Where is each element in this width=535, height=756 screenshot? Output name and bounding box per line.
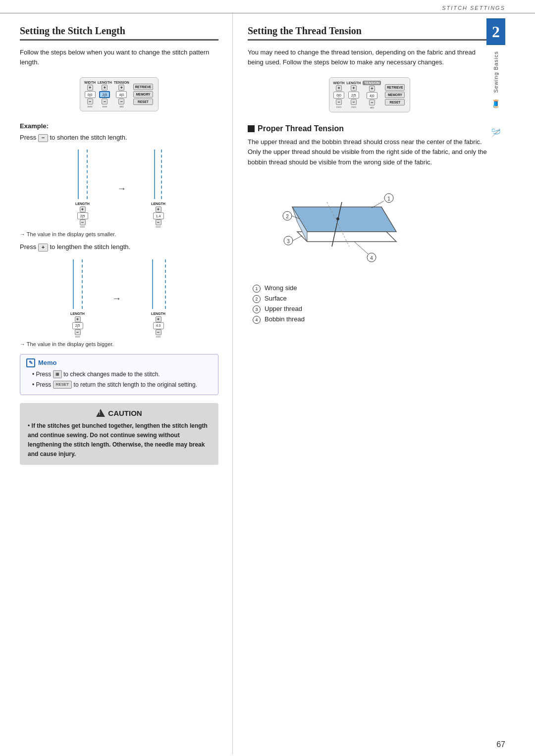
tension-minus[interactable]: − <box>118 99 124 104</box>
arrow-right-2: → <box>112 294 121 304</box>
solid-line-1 <box>78 150 79 199</box>
proper-thread-body: The upper thread and the bobbin thread s… <box>248 137 491 167</box>
black-square-icon <box>248 125 255 132</box>
lc-value-after-1: 1.4 <box>153 212 164 219</box>
lc-value-after-2: 4.0 <box>153 322 164 329</box>
tension-plus[interactable]: + <box>118 85 124 91</box>
caution-header: CAUTION <box>28 409 211 417</box>
side-buttons-r: RETRIEVE MEMORY RESET <box>385 84 405 105</box>
caution-text: • If the stitches get bunched together, … <box>28 421 211 459</box>
example-label: Example: <box>20 122 218 130</box>
width-group: WIDTH + 0|0 − mm <box>84 81 96 108</box>
plus-button-inline: + <box>38 244 48 252</box>
tension-label-r: TENSION <box>363 81 381 85</box>
legend-num-4: 4 <box>253 316 261 324</box>
right-section-title: Setting the Thread Tension <box>248 25 491 41</box>
fabric-svg: 1 2 3 4 <box>263 177 406 286</box>
retrieve-btn-r[interactable]: RETRIEVE <box>385 84 405 91</box>
width-plus[interactable]: + <box>87 85 93 91</box>
length-group-r: LENGTH + 2|5 − mm <box>347 81 361 108</box>
tension-plus-r[interactable]: + <box>369 86 375 92</box>
svg-line-17 <box>354 242 368 254</box>
length-group-header: LENGTH + 2|5 − mm <box>98 81 112 108</box>
value-smaller-note: → The value in the display gets smaller. <box>20 231 218 237</box>
width-group-r: WIDTH + 0|0 − mm <box>333 81 345 108</box>
svg-point-5 <box>336 217 339 220</box>
lc-value-1: 2|5 <box>77 212 88 219</box>
header-title: STITCH SETTINGS <box>442 5 505 11</box>
side-tab-icon-bottom: 🪡 <box>491 128 501 138</box>
svg-marker-0 <box>292 207 396 232</box>
side-tab-text: Sewing Basics <box>493 51 499 93</box>
width-value-r: 0|0 <box>333 92 344 99</box>
memory-btn[interactable]: MEMORY <box>133 91 153 98</box>
svg-marker-1 <box>297 232 396 242</box>
width-mm-r: mm <box>336 105 341 108</box>
length-label-header: LENGTH <box>98 81 112 84</box>
length-plus[interactable]: + <box>102 85 107 91</box>
side-buttons: RETRIEVE MEMORY RESET <box>133 84 153 105</box>
legend-item-4: 4 Bobbin thread <box>253 315 491 324</box>
width-minus-r[interactable]: − <box>336 99 342 105</box>
legend-text-4: Bobbin thread <box>265 315 305 323</box>
width-plus-r[interactable]: + <box>336 85 342 91</box>
proper-thread-section-title: Proper Thread Tension <box>248 124 491 133</box>
caution-title: CAUTION <box>108 409 142 417</box>
dashed-line-1 <box>87 150 88 199</box>
lc-mm-1: mm <box>80 225 85 228</box>
legend-item-2: 2 Surface <box>253 295 491 303</box>
legend-num-2: 2 <box>253 295 261 303</box>
reset-btn[interactable]: RESET <box>133 99 153 105</box>
length-control-before-2: LENGTH + 2|5 − mm <box>70 312 85 338</box>
left-section-title: Setting the Stitch Length <box>20 25 218 41</box>
dashed-line-2 <box>82 259 83 309</box>
press-minus-description: to shorten the stitch length. <box>50 134 127 141</box>
lc-label-after-2: LENGTH <box>151 312 165 315</box>
memo-title: Memo <box>38 359 57 366</box>
memo-icon: ✎ <box>26 358 35 367</box>
width-label-r: WIDTH <box>333 81 345 85</box>
retrieve-btn[interactable]: RETRIEVE <box>133 84 153 90</box>
length-minus[interactable]: − <box>102 99 107 104</box>
lc-mm-after-2: mm <box>156 335 161 338</box>
width-minus[interactable]: − <box>87 99 93 104</box>
lc-plus-2: + <box>75 316 81 322</box>
svg-text:1: 1 <box>387 196 390 202</box>
length-minus-r[interactable]: − <box>351 99 357 105</box>
stitch-diagram-1: LENGTH + 2|5 − mm → <box>20 150 218 228</box>
lc-minus-after-1: − <box>156 219 161 225</box>
side-tab: 2 Sewing Basics 🧵 🪡 <box>486 13 505 755</box>
width-mm: mm <box>88 105 93 108</box>
length-value-r: 2|5 <box>348 92 359 99</box>
length-plus-r[interactable]: + <box>351 85 357 91</box>
lc-label-2: LENGTH <box>70 312 85 315</box>
length-label-r: LENGTH <box>347 81 361 85</box>
tension-value-header: 4|0 <box>116 91 127 98</box>
arrow-right-1: → <box>117 184 126 194</box>
lc-label-1: LENGTH <box>75 202 90 205</box>
width-value: 0|0 <box>85 91 96 98</box>
legend-item-3: 3 Upper thread <box>253 305 491 313</box>
left-column: Setting the Stitch Length Follow the ste… <box>0 13 233 755</box>
svg-text:2: 2 <box>286 214 289 219</box>
control-panel-right: WIDTH + 0|0 − mm LENGTH + 2|5 − mm TENSI… <box>329 77 411 112</box>
length-mm: mm <box>102 105 107 108</box>
diagram-legend: 1 Wrong side 2 Surface 3 Upper thread 4 … <box>253 284 491 324</box>
lc-plus-after-2: + <box>156 316 161 322</box>
side-tab-icon-top: 🧵 <box>491 99 501 108</box>
stitch-after-2: LENGTH + 4.0 − mm <box>141 259 176 338</box>
dashed-line-after-2 <box>165 259 166 309</box>
memory-btn-r[interactable]: MEMORY <box>385 92 405 98</box>
lc-minus-2: − <box>75 329 81 335</box>
legend-num-3: 3 <box>253 305 261 313</box>
memo-header: ✎ Memo <box>26 358 212 367</box>
svg-text:3: 3 <box>287 239 290 244</box>
tension-minus-r[interactable]: − <box>369 100 375 105</box>
caution-box: CAUTION • If the stitches get bunched to… <box>20 403 218 465</box>
reset-btn-r[interactable]: RESET <box>385 99 405 105</box>
stitch-after-1: LENGTH + 1.4 − mm <box>146 150 171 228</box>
legend-num-1: 1 <box>253 285 261 293</box>
length-control-after-2: LENGTH + 4.0 − mm <box>151 312 165 338</box>
tension-value-r: 4|0 <box>367 92 377 99</box>
lc-label-after-1: LENGTH <box>151 202 165 205</box>
